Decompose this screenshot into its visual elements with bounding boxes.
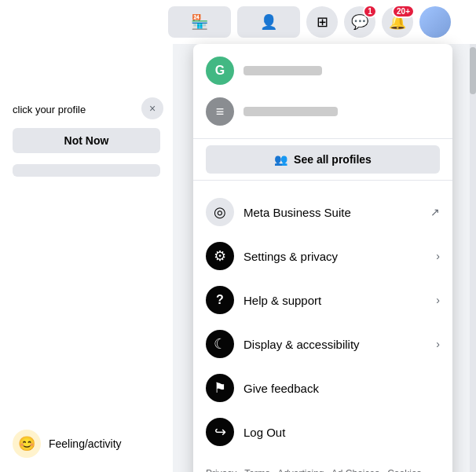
profile-item-1[interactable]: G [193,50,452,91]
profile-tab[interactable]: 👤 [237,6,300,38]
messenger-badge: 1 [363,5,377,18]
settings-icon: ⚙ [206,242,234,270]
profile-tab-icon: 👤 [260,13,277,31]
log-out-item[interactable]: ↪ Log Out [193,410,452,454]
profile-list: G ≡ [193,44,452,139]
display-accessibility-label: Display & accessibility [243,338,427,351]
notification-text: click your profile [13,104,160,115]
give-feedback-label: Give feedback [243,382,440,395]
profile-item-2[interactable]: ≡ [193,91,452,132]
meta-business-suite-label: Meta Business Suite [243,206,421,219]
profile-name-1 [243,66,322,75]
logout-icon: ↪ [206,418,234,446]
give-feedback-item[interactable]: ⚑ Give feedback [193,366,452,410]
log-out-label: Log Out [243,426,440,439]
help-icon: ? [206,286,234,314]
secondary-button[interactable] [13,164,160,177]
settings-privacy-item[interactable]: ⚙ Settings & privacy › [193,234,452,278]
profile-avatar-2: ≡ [206,97,234,126]
left-panel: × click your profile Not Now 😊 Feeling/a… [0,44,173,472]
scroll-thumb[interactable] [470,47,476,94]
feeling-activity-item[interactable]: 😊 Feeling/activity [0,423,173,464]
account-avatar[interactable] [419,6,451,38]
grid-icon: ⊞ [317,13,328,31]
scrollbar[interactable] [470,44,476,472]
feeling-label: Feeling/activity [49,437,122,450]
settings-privacy-label: Settings & privacy [243,250,427,263]
separator [193,180,452,181]
display-arrow: › [436,338,440,350]
display-accessibility-item[interactable]: ☾ Display & accessibility › [193,322,452,366]
not-now-button[interactable]: Not Now [13,128,160,153]
see-all-profiles-icon: 👥 [274,153,287,166]
notifications-badge: 20+ [392,5,415,18]
settings-arrow: › [436,250,440,262]
dropdown-menu: G ≡ 👥 See all profiles ◎ Meta Business S… [193,44,452,472]
meta-business-suite-arrow: ↗ [430,206,440,218]
see-all-profiles-label: See all profiles [294,153,372,166]
help-arrow: › [436,294,440,306]
footer-links: Privacy · Terms · Advertising · Ad Choic… [193,460,452,472]
feedback-icon: ⚑ [206,374,234,402]
see-all-profiles-button[interactable]: 👥 See all profiles [206,145,440,174]
close-icon: × [149,102,156,115]
messenger-button[interactable]: 💬 1 [344,6,375,38]
shop-tab[interactable]: 🏪 [168,6,231,38]
help-support-label: Help & support [243,294,427,307]
notification-popup: × click your profile Not Now [0,88,173,192]
menu-items: ◎ Meta Business Suite ↗ ⚙ Settings & pri… [193,184,452,460]
navbar: 🏪 👤 ⊞ 💬 1 🔔 20+ [0,0,476,44]
shop-icon: 🏪 [191,13,208,31]
meta-business-suite-icon: ◎ [206,198,234,226]
profile-avatar-1: G [206,57,234,85]
close-button[interactable]: × [141,97,163,119]
profile-name-2 [243,107,338,116]
meta-business-suite-item[interactable]: ◎ Meta Business Suite ↗ [193,190,452,234]
display-icon: ☾ [206,330,234,358]
help-support-item[interactable]: ? Help & support › [193,278,452,322]
feeling-icon: 😊 [13,430,41,458]
notifications-button[interactable]: 🔔 20+ [382,6,413,38]
grid-button[interactable]: ⊞ [306,6,338,38]
